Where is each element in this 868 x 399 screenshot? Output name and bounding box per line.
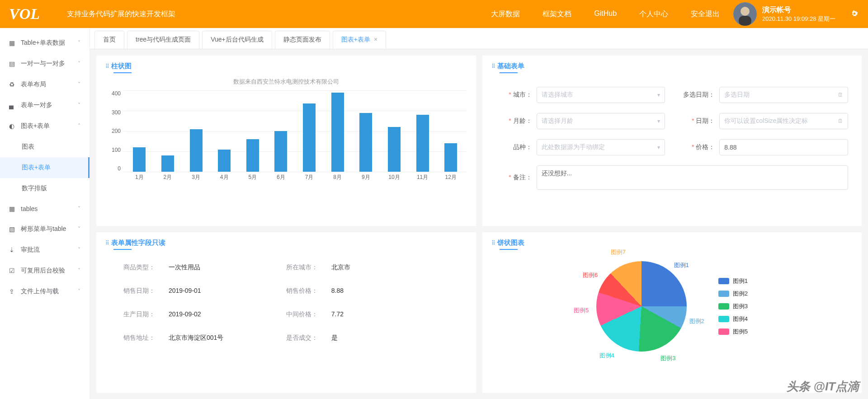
y-tick: 200	[112, 128, 121, 134]
chevron-down-icon: ˅	[78, 102, 80, 108]
bar	[161, 155, 174, 172]
sidebar-item[interactable]: ▤一对一与一对多˅	[0, 53, 90, 74]
legend-item[interactable]: 图例1	[718, 277, 748, 285]
ro-value: 7.72	[331, 310, 344, 319]
legend-item[interactable]: 图例5	[718, 328, 748, 336]
legend-label: 图例5	[733, 328, 748, 336]
sidebar-item-label: 树形菜单与table	[21, 225, 78, 233]
tab-label: 图表+表单	[341, 36, 370, 43]
pie-slice-label: 图例3	[660, 354, 675, 362]
check-icon: ☑	[9, 267, 16, 274]
sidebar-item-label: 审批流	[21, 246, 78, 254]
pie-slice-label: 图例7	[611, 248, 626, 256]
input-multidate[interactable]: 多选日期🗓	[719, 87, 848, 103]
bar	[444, 143, 457, 172]
label-age: 月龄：	[496, 117, 537, 125]
sidebar-item[interactable]: ⇣审批流˅	[0, 239, 90, 260]
sidebar-item[interactable]: ▦tables˅	[0, 199, 90, 219]
select-breed[interactable]: 此处数据源为手动绑定▾	[537, 139, 665, 155]
tab[interactable]: 图表+表单×	[333, 31, 386, 49]
pie-slice-label: 图例4	[599, 352, 614, 360]
sidebar-item[interactable]: ⇪文件上传与载˅	[0, 281, 90, 302]
ro-label: 销售日期：	[123, 287, 169, 295]
chart-subtitle: 数据来自西安兰特水电测控技术有限公司	[105, 78, 467, 86]
panel-title: 基础表单	[497, 62, 524, 70]
sidebar-item[interactable]: ☑可复用后台校验˅	[0, 260, 90, 281]
x-tick: 1月	[133, 174, 146, 181]
upload-icon: ⇪	[9, 288, 16, 295]
bar	[303, 103, 316, 172]
bar	[246, 139, 259, 172]
recycle-icon: ♻	[9, 81, 16, 88]
sidebar-subitem[interactable]: 图表+表单	[0, 157, 90, 178]
image-icon: ▧	[9, 225, 16, 233]
ro-value: 北京市	[331, 263, 350, 272]
sidebar-item[interactable]: ◐图表+表单˄	[0, 116, 90, 136]
tab[interactable]: Vue+后台代码生成	[202, 31, 272, 49]
legend-item[interactable]: 图例4	[718, 315, 748, 323]
tab[interactable]: tree与代码生成页面	[127, 31, 199, 49]
sidebar-subitem[interactable]: 数字排版	[0, 178, 90, 199]
nav-link[interactable]: 框架文档	[542, 9, 571, 19]
nav-link[interactable]: 个人中心	[639, 9, 668, 19]
user-name: 演示帐号	[762, 5, 835, 15]
tab[interactable]: 首页	[94, 31, 124, 49]
sidebar-item-label: 可复用后台校验	[21, 267, 78, 275]
sidebar-item-label: Table+单表数据	[21, 39, 78, 47]
y-tick: 100	[112, 147, 121, 153]
top-nav: 大屏数据 框架文档 GitHub 个人中心 安全退出	[491, 9, 720, 19]
panel-title: 表单属性字段只读	[111, 239, 165, 247]
sidebar-item[interactable]: ▦Table+单表数据˅	[0, 33, 90, 53]
ro-label: 商品类型：	[123, 263, 169, 272]
nav-link[interactable]: 安全退出	[691, 9, 720, 19]
input-price[interactable]: 8.88	[719, 139, 848, 155]
select-age[interactable]: 请选择月龄▾	[537, 113, 665, 129]
ro-label: 所在城市：	[286, 263, 331, 272]
input-date[interactable]: 你可以设置colSize属性决定标🗓	[719, 113, 848, 129]
ro-value: 是	[331, 334, 338, 342]
x-tick: 8月	[331, 174, 344, 181]
chevron-down-icon: ˅	[78, 206, 80, 212]
nav-link[interactable]: GitHub	[594, 9, 617, 19]
bar	[359, 113, 372, 172]
pie-slice-label: 图例1	[674, 261, 689, 269]
chevron-down-icon: ▾	[657, 144, 660, 150]
ro-label: 销售价格：	[286, 287, 331, 295]
chevron-down-icon: ˅	[78, 61, 80, 67]
chevron-down-icon: ▾	[657, 92, 660, 98]
legend-swatch	[718, 316, 729, 322]
chevron-down-icon: ˅	[78, 226, 80, 232]
ro-label: 销售地址：	[123, 334, 169, 342]
header-subtitle: 支持业务代码扩展的快速开发框架	[67, 9, 175, 19]
x-tick: 9月	[359, 174, 372, 181]
nav-link[interactable]: 大屏数据	[491, 9, 520, 19]
user-area: 演示帐号 2020.11.30 19:09:28 星期一	[733, 2, 859, 26]
panel-icon: ⠿	[491, 63, 495, 70]
grid-icon: ▦	[9, 205, 16, 212]
x-tick: 6月	[274, 174, 287, 181]
grid-icon: ▦	[9, 39, 16, 47]
sidebar-item[interactable]: ▄表单一对多˅	[0, 95, 90, 116]
sidebar-item[interactable]: ♻表单布局˅	[0, 74, 90, 95]
panel-pie: ⠿饼状图表 图例1图例2图例3图例4图例5图例6图例7 图例1图例2图例3图例4…	[482, 232, 862, 393]
panel-readonly: ⠿表单属性字段只读 商品类型：一次性用品所在城市：北京市销售日期：2019-09…	[96, 232, 476, 393]
ro-value: 北京市海淀区001号	[169, 334, 223, 342]
tab[interactable]: 静态页面发布	[275, 31, 330, 49]
legend-item[interactable]: 图例3	[718, 302, 748, 310]
tab-label: Vue+后台代码生成	[211, 36, 264, 43]
panel-title: 柱状图	[111, 62, 132, 70]
pie-chart: 图例1图例2图例3图例4图例5图例6图例7	[596, 261, 687, 352]
legend-item[interactable]: 图例2	[718, 290, 748, 298]
calendar-icon: 🗓	[838, 118, 843, 124]
avatar[interactable]	[733, 2, 757, 26]
sidebar-item[interactable]: ▧树形菜单与table˅	[0, 219, 90, 239]
select-city[interactable]: 请选择城市▾	[537, 87, 665, 103]
chevron-down-icon: ▾	[657, 118, 660, 124]
tab-label: tree与代码生成页面	[136, 36, 191, 43]
close-icon[interactable]: ×	[374, 36, 377, 43]
sidebar-subitem[interactable]: 图表	[0, 136, 90, 157]
gear-icon[interactable]	[850, 9, 859, 19]
label-multidate: 多选日期：	[679, 91, 719, 99]
textarea-remark[interactable]: 还没想好...	[537, 165, 849, 190]
pie-slice-label: 图例5	[574, 306, 589, 315]
